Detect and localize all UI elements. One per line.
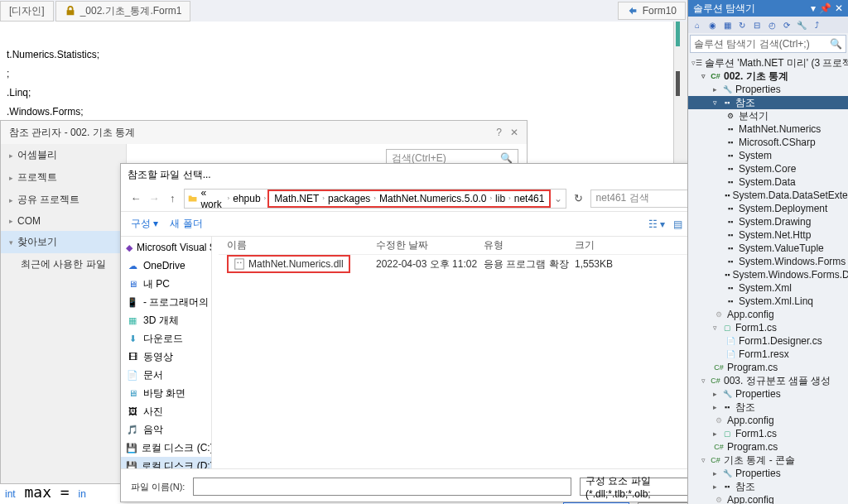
tree-item[interactable]: 🖥바탕 화면 <box>121 384 211 402</box>
preview-pane-button[interactable]: ▤ <box>673 218 682 230</box>
help-icon[interactable]: ? <box>496 127 502 138</box>
view-options-button[interactable]: ☷ ▾ <box>648 218 665 230</box>
pc-icon: 🖥 <box>126 277 139 290</box>
ref-icon: ▪▪ <box>725 203 736 214</box>
config-icon: ⚙ <box>713 415 725 426</box>
col-size[interactable]: 크기 <box>575 238 641 252</box>
tree-item[interactable]: 💾로컬 디스크 (D:) <box>121 457 211 468</box>
project-node[interactable]: ▿C#기초 통계 - 콘솔 <box>688 454 848 467</box>
reference-item[interactable]: ⚙분석기 <box>688 109 848 122</box>
toolbar-icon[interactable]: ⤴ <box>811 19 822 31</box>
tree-item[interactable]: 📄문서 <box>121 366 211 384</box>
reference-item[interactable]: ▪▪System <box>688 149 848 162</box>
tree-item[interactable]: ⬇다운로드 <box>121 329 211 348</box>
references-node[interactable]: ▸▪▪참조 <box>688 401 848 414</box>
document-tabs: [디자인] _002.기초_통계.Form1 Form10 <box>0 0 687 22</box>
code-editor[interactable]: t.Numerics.Statistics; ; .Linq; .Windows… <box>0 22 677 113</box>
tree-item[interactable]: 🖼사진 <box>121 402 211 420</box>
breadcrumb[interactable]: « work› ehpub› Math.NET› packages› MathN… <box>184 189 566 209</box>
project-node[interactable]: ▿C#003. 정규분포 샘플 생성 <box>688 374 848 387</box>
reference-item[interactable]: ▪▪System.Net.Http <box>688 228 848 242</box>
side-com[interactable]: ▸COM <box>1 211 126 231</box>
tree-item[interactable]: ☁OneDrive <box>121 257 211 275</box>
folder-tree[interactable]: ◆Microsoft Visual S ☁OneDrive 🖥내 PC 📱- 프… <box>121 237 212 468</box>
organize-menu[interactable]: 구성 ▾ <box>131 217 158 231</box>
side-recent[interactable]: 최근에 사용한 파일 <box>1 253 126 276</box>
reference-item[interactable]: ▪▪System.Windows.Forms.Data <box>688 268 848 281</box>
project-node[interactable]: ▿C#002. 기초 통계 <box>688 70 848 83</box>
file-node[interactable]: ▸▢Form1.cs <box>688 427 848 440</box>
reference-item[interactable]: ▪▪System.Deployment <box>688 202 848 215</box>
filename-input[interactable] <box>193 478 571 496</box>
references-node[interactable]: ▿▪▪참조 <box>688 96 848 109</box>
tab-design[interactable]: [디자인] <box>0 1 54 22</box>
solution-node[interactable]: ▿☰솔루션 'Math.NET 미리' (3 프로젝트의 <box>688 56 848 70</box>
ref-icon: ▪▪ <box>725 269 730 281</box>
refresh-button[interactable]: ↻ <box>571 190 585 207</box>
toolbar-icon[interactable]: ⟳ <box>781 19 793 31</box>
reference-item[interactable]: ▪▪System.Windows.Forms <box>688 255 848 268</box>
file-node[interactable]: ⚙App.config <box>688 414 848 427</box>
file-filter-dropdown[interactable]: 구성 요소 파일 (*.dll;*.tlb;*.olb; ⌄ <box>580 478 704 496</box>
home-icon[interactable]: ⌂ <box>691 19 703 31</box>
solution-search-input[interactable]: 솔루션 탐색기 검색(Ctrl+;) 🔍 <box>690 35 846 53</box>
nav-forward-button[interactable]: → <box>147 190 161 207</box>
side-projects[interactable]: ▸프로젝트 <box>1 166 126 189</box>
tree-item[interactable]: 📱- 프로그래머의 <box>121 293 211 311</box>
references-node[interactable]: ▸▪▪참조 <box>688 480 848 493</box>
properties-node[interactable]: ▸🔧Properties <box>688 83 848 96</box>
references-icon: ▪▪ <box>721 97 733 108</box>
properties-node[interactable]: ▸🔧Properties <box>688 387 848 401</box>
reference-item[interactable]: ▪▪MathNet.Numerics <box>688 122 848 136</box>
side-browse[interactable]: ▾찾아보기 <box>1 231 126 253</box>
solution-tree[interactable]: ▿☰솔루션 'Math.NET 미리' (3 프로젝트의 ▿C#002. 기초 … <box>688 55 848 504</box>
close-icon[interactable]: ✕ <box>510 127 518 138</box>
reference-item[interactable]: ▪▪System.Data.DataSetExtensio <box>688 189 848 202</box>
reference-item[interactable]: ▪▪System.Data <box>688 175 848 189</box>
close-icon[interactable]: ✕ <box>835 2 843 14</box>
reference-item[interactable]: ▪▪System.ValueTuple <box>688 242 848 255</box>
file-node[interactable]: C#Program.cs <box>688 440 848 454</box>
nav-back-button[interactable]: ← <box>129 190 142 207</box>
new-folder-button[interactable]: 새 폴더 <box>170 217 202 231</box>
reference-item[interactable]: ▪▪Microsoft.CSharp <box>688 136 848 149</box>
reference-item[interactable]: ▪▪System.Xml <box>688 281 848 295</box>
reference-item[interactable]: ▪▪System.Core <box>688 162 848 175</box>
side-shared[interactable]: ▸공유 프로젝트 <box>1 189 126 211</box>
file-node[interactable]: ⚙App.config <box>688 308 848 321</box>
nav-up-button[interactable]: ↑ <box>166 190 179 207</box>
file-list[interactable]: 이름 수정한 날짜 유형 크기 MathNet.Numerics.dll 202… <box>212 237 714 468</box>
file-node[interactable]: ▿▢Form1.cs <box>688 321 848 334</box>
side-assemblies[interactable]: ▸어셈블리 <box>1 144 126 166</box>
file-node[interactable]: 📄Form1.resx <box>688 348 848 361</box>
folder-icon <box>188 193 197 204</box>
tree-item[interactable]: ▦3D 개체 <box>121 311 211 329</box>
file-node[interactable]: ⚙App.config <box>688 493 848 504</box>
wrench-icon: 🔧 <box>721 388 733 400</box>
reference-item[interactable]: ▪▪System.Drawing <box>688 215 848 228</box>
wrench-icon[interactable]: 🔧 <box>796 19 807 31</box>
dropdown-icon[interactable]: ▾ <box>811 2 816 14</box>
tree-item[interactable]: 💾로컬 디스크 (C:) <box>121 439 211 457</box>
tree-item[interactable]: ◆Microsoft Visual S <box>121 238 211 257</box>
toolbar-icon[interactable]: ⊟ <box>751 19 763 31</box>
refresh-icon[interactable]: ↻ <box>736 19 748 31</box>
tree-item[interactable]: 🎵음악 <box>121 420 211 439</box>
reference-item[interactable]: ▪▪System.Xml.Linq <box>688 295 848 308</box>
tree-item[interactable]: 🎞동영상 <box>121 348 211 366</box>
toolbar-icon[interactable]: ▦ <box>721 19 733 31</box>
col-type[interactable]: 유형 <box>484 238 575 252</box>
file-node[interactable]: C#Program.cs <box>688 361 848 374</box>
col-date[interactable]: 수정한 날짜 <box>376 238 484 252</box>
tab-form10[interactable]: Form10 <box>618 2 686 20</box>
toolbar-icon[interactable]: ◴ <box>766 19 778 31</box>
file-row[interactable]: MathNet.Numerics.dll 2022-04-03 오후 11:02… <box>219 255 707 273</box>
tab-form1-code[interactable]: _002.기초_통계.Form1 <box>55 1 191 22</box>
col-name[interactable]: 이름 <box>219 238 376 252</box>
pin-icon[interactable]: 📌 <box>819 2 831 14</box>
dropdown-icon[interactable]: ⌄ <box>554 193 562 204</box>
toolbar-icon[interactable]: ◉ <box>706 19 718 31</box>
properties-node[interactable]: ▸🔧Properties <box>688 467 848 480</box>
file-node[interactable]: 📄Form1.Designer.cs <box>688 334 848 348</box>
tree-item[interactable]: 🖥내 PC <box>121 275 211 293</box>
